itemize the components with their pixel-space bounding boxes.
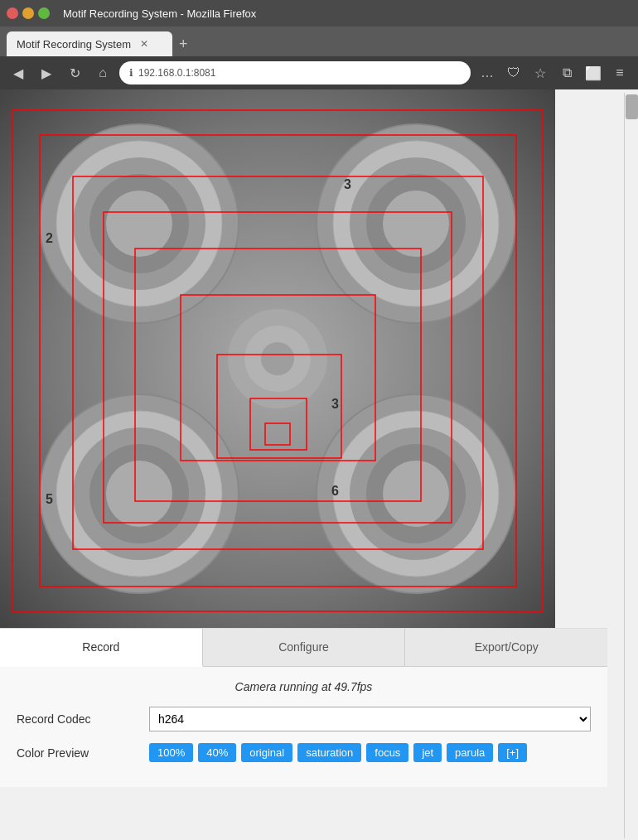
color-preview-row: Color Preview 100% 40% original saturati… <box>17 743 591 762</box>
main-wrapper: 2 5 3 6 3 <box>0 89 638 787</box>
maximize-button[interactable] <box>38 7 50 19</box>
bookmark-button[interactable]: ☆ <box>529 61 552 84</box>
browser-tab-bar: Motif Recording System ✕ + <box>0 27 638 56</box>
camera-image-svg: 2 5 3 6 3 <box>0 89 555 628</box>
library-button[interactable]: ⧉ <box>555 61 578 84</box>
color-btn-saturation[interactable]: saturation <box>297 743 361 762</box>
new-tab-button[interactable]: + <box>172 31 195 56</box>
color-btn-parula[interactable]: parula <box>447 743 493 762</box>
tab-export-copy[interactable]: Export/Copy <box>405 629 607 666</box>
codec-select[interactable]: h264 h265 mjpeg raw <box>149 707 591 731</box>
color-btn-original[interactable]: original <box>241 743 292 762</box>
color-preview-buttons: 100% 40% original saturation focus jet p… <box>149 743 591 762</box>
camera-view: 2 5 3 6 3 <box>0 89 555 628</box>
back-button[interactable]: ◀ <box>7 61 30 84</box>
color-preview-label: Color Preview <box>17 746 149 760</box>
well-label-5: 5 <box>46 492 53 506</box>
toolbar-icons: … 🛡 ☆ ⧉ ⬜ ≡ <box>476 61 631 84</box>
color-btn-jet[interactable]: jet <box>413 743 442 762</box>
color-btn-focus[interactable]: focus <box>366 743 408 762</box>
well-label-2: 2 <box>46 231 53 245</box>
split-button[interactable]: ⬜ <box>582 61 605 84</box>
record-codec-row: Record Codec h264 h265 mjpeg raw <box>17 707 591 731</box>
color-btn-40[interactable]: 40% <box>198 743 236 762</box>
camera-status: Camera running at 49.7fps <box>17 680 591 693</box>
address-bar: ◀ ▶ ↻ ⌂ ℹ 192.168.0.1:8081 … 🛡 ☆ ⧉ ⬜ ≡ <box>0 56 638 89</box>
window-title: Motif Recording System - Mozilla Firefox <box>63 7 256 20</box>
record-codec-control: h264 h265 mjpeg raw <box>149 707 591 731</box>
well-label-6: 6 <box>331 484 339 498</box>
title-bar: Motif Recording System - Mozilla Firefox <box>0 0 638 27</box>
svg-point-5 <box>106 191 172 257</box>
tab-record[interactable]: Record <box>0 629 203 667</box>
close-button[interactable] <box>7 7 18 19</box>
tab-close-icon[interactable]: ✕ <box>138 37 151 51</box>
well-label-3: 3 <box>331 397 339 411</box>
svg-point-23 <box>261 342 294 375</box>
scrollbar[interactable] <box>624 93 638 838</box>
window-controls <box>7 7 50 19</box>
panel-content: Camera running at 49.7fps Record Codec h… <box>0 667 607 787</box>
home-button[interactable]: ⌂ <box>91 61 114 84</box>
browser-content: 2 5 3 6 3 <box>0 89 607 787</box>
bottom-panel: Record Configure Export/Copy Camera runn… <box>0 628 607 787</box>
tab-configure[interactable]: Configure <box>203 629 406 666</box>
record-codec-label: Record Codec <box>17 712 149 726</box>
secure-icon: ℹ <box>129 67 133 79</box>
svg-point-20 <box>383 461 449 527</box>
browser-tab-motif[interactable]: Motif Recording System ✕ <box>7 31 172 56</box>
scrollbar-thumb[interactable] <box>626 94 638 119</box>
panel-tabs: Record Configure Export/Copy <box>0 629 607 667</box>
color-btn-100[interactable]: 100% <box>149 743 193 762</box>
forward-button[interactable]: ▶ <box>35 61 58 84</box>
url-bar[interactable]: ℹ 192.168.0.1:8081 <box>119 61 471 84</box>
well-label-top-3: 3 <box>344 177 351 191</box>
browser-tab-label: Motif Recording System <box>17 38 131 51</box>
svg-point-10 <box>383 191 449 257</box>
shield-icon-button[interactable]: 🛡 <box>502 61 525 84</box>
url-text: 192.168.0.1:8081 <box>138 67 215 79</box>
menu-button[interactable]: ≡ <box>608 61 631 84</box>
svg-point-15 <box>106 461 172 527</box>
reload-button[interactable]: ↻ <box>63 61 86 84</box>
minimize-button[interactable] <box>22 7 34 19</box>
color-preview-control: 100% 40% original saturation focus jet p… <box>149 743 591 762</box>
more-options-button[interactable]: … <box>476 61 499 84</box>
color-btn-plus[interactable]: [+] <box>498 743 527 762</box>
